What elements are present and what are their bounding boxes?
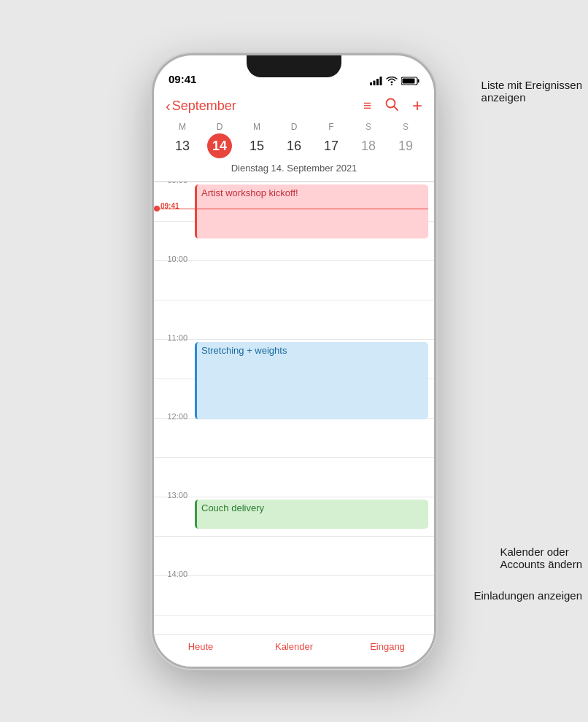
time-row-1430 <box>154 615 434 634</box>
search-icon[interactable] <box>384 97 399 115</box>
event-stretching[interactable]: Stretching + weights <box>195 342 428 419</box>
time-row-1030 <box>154 300 434 339</box>
time-label-14: 14:00 <box>154 570 187 578</box>
svg-rect-2 <box>376 79 379 85</box>
status-icons <box>370 77 419 85</box>
svg-rect-0 <box>370 82 372 85</box>
day-letter: D <box>291 122 298 132</box>
calendar-content: ‹ September ≡ + M 13 <box>154 90 434 667</box>
time-row-1230 <box>154 457 434 497</box>
time-label-13: 13:00 <box>154 491 187 500</box>
svg-point-4 <box>391 84 392 85</box>
scene: Liste mit Ereignissen anzeigen Kalender … <box>0 0 588 722</box>
current-time-dot <box>154 206 160 211</box>
time-row-10: 10:00 <box>154 260 434 300</box>
callout-calendar: Kalender oder Accounts ändern <box>500 546 582 570</box>
add-icon[interactable]: + <box>412 96 422 116</box>
event-artist-workshop[interactable]: Artist workshop kickoff! <box>195 185 428 238</box>
time-label-9: 09:00 <box>154 182 187 185</box>
month-label: September <box>172 98 236 114</box>
svg-rect-6 <box>418 79 419 83</box>
svg-rect-7 <box>403 79 415 84</box>
svg-line-9 <box>394 106 398 110</box>
day-number: 13 <box>170 133 195 158</box>
phone-frame: 09:41 <box>152 53 436 669</box>
tab-calendar[interactable]: Kalender <box>247 641 341 652</box>
event-title: Couch delivery <box>201 502 264 513</box>
time-label-11: 11:00 <box>154 333 187 342</box>
callout-top: Liste mit Ereignissen anzeigen <box>481 79 582 104</box>
day-letter: S <box>403 122 409 132</box>
event-couch-delivery[interactable]: Couch delivery <box>195 500 428 529</box>
svg-rect-1 <box>374 81 376 86</box>
svg-rect-3 <box>380 77 382 85</box>
day-letter: S <box>365 122 371 132</box>
battery-icon <box>401 77 419 85</box>
day-number: 16 <box>282 133 306 158</box>
notch <box>247 55 341 77</box>
tab-inbox[interactable]: Eingang <box>341 641 434 652</box>
day-col-fri[interactable]: F 17 <box>314 122 348 158</box>
tab-today[interactable]: Heute <box>154 641 247 652</box>
time-row-14: 14:00 <box>154 575 434 615</box>
day-number: 15 <box>244 133 269 158</box>
header-actions: ≡ + <box>363 96 422 116</box>
back-chevron-icon: ‹ <box>166 98 171 114</box>
day-number: 17 <box>319 133 344 158</box>
day-col-thu[interactable]: D 16 <box>277 122 311 158</box>
date-label: Dienstag 14. September 2021 <box>166 161 422 178</box>
event-title: Artist workshop kickoff! <box>201 187 298 198</box>
time-row-1330 <box>154 536 434 575</box>
calendar-header: ‹ September ≡ + <box>154 90 434 119</box>
day-col-mon[interactable]: M 13 <box>166 122 199 158</box>
day-col-tue[interactable]: D 14 <box>203 122 236 158</box>
day-col-sat[interactable]: S 18 <box>352 122 385 158</box>
status-time: 09:41 <box>169 73 196 85</box>
day-number-today: 14 <box>207 133 232 158</box>
time-label-10: 10:00 <box>154 255 187 263</box>
day-number: 18 <box>356 133 381 158</box>
time-grid-inner: 09:00 10:00 11:00 12:00 <box>195 182 434 634</box>
day-col-sun[interactable]: S 19 <box>389 122 422 158</box>
bottom-tabs: Heute Kalender Eingang <box>154 634 434 667</box>
back-month-button[interactable]: ‹ September <box>166 98 236 114</box>
week-days-row: M 13 D 14 M 15 D 16 <box>166 122 422 158</box>
current-time-label: 09:41 <box>160 202 179 210</box>
time-label-12: 12:00 <box>154 412 187 421</box>
day-letter: M <box>253 122 260 132</box>
day-letter: M <box>179 122 186 132</box>
list-icon[interactable]: ≡ <box>363 98 371 114</box>
time-grid[interactable]: 09:00 10:00 11:00 12:00 <box>154 182 434 634</box>
week-navigation: M 13 D 14 M 15 D 16 <box>154 119 434 181</box>
time-row-12: 12:00 <box>154 418 434 457</box>
day-letter: F <box>328 122 333 132</box>
day-number: 19 <box>393 133 418 158</box>
current-time-line: 09:41 <box>154 209 428 209</box>
signal-icon <box>370 77 382 85</box>
day-letter: D <box>217 122 223 132</box>
event-title: Stretching + weights <box>201 345 287 356</box>
day-col-wed[interactable]: M 15 <box>240 122 274 158</box>
callout-inbox: Einladungen anzeigen <box>474 589 582 602</box>
wifi-icon <box>386 77 398 85</box>
